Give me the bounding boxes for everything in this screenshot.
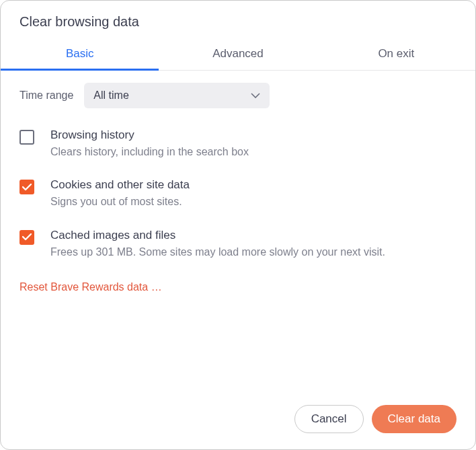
tab-basic[interactable]: Basic [1,39,159,70]
reset-rewards-link[interactable]: Reset Brave Rewards data … [19,281,162,293]
tab-bar: Basic Advanced On exit [1,39,475,71]
option-cookies: Cookies and other site data Signs you ou… [19,178,457,209]
tab-on-exit-label: On exit [378,47,414,60]
tab-advanced[interactable]: Advanced [159,39,317,70]
cancel-button[interactable]: Cancel [294,405,364,433]
tab-advanced-label: Advanced [212,47,264,60]
option-browsing-history: Browsing history Clears history, includi… [19,128,457,159]
time-range-select[interactable]: All time [84,83,270,108]
option-desc: Signs you out of most sites. [50,194,457,209]
option-text: Browsing history Clears history, includi… [50,128,457,159]
dialog-content: Time range All time Browsing history Cle… [1,71,475,405]
time-range-label: Time range [19,89,73,102]
option-title: Browsing history [50,128,457,142]
clear-data-button[interactable]: Clear data [372,405,457,433]
checkbox-cookies[interactable] [19,180,34,194]
checkbox-cached[interactable] [19,230,34,245]
option-desc: Clears history, including in the search … [50,145,457,159]
option-title: Cookies and other site data [50,178,457,192]
tab-on-exit[interactable]: On exit [317,39,475,70]
option-title: Cached images and files [50,229,457,242]
option-cached: Cached images and files Frees up 301 MB.… [19,229,457,260]
dialog-footer: Cancel Clear data [1,405,475,449]
chevron-down-icon [251,93,260,98]
time-range-value: All time [93,89,128,102]
time-range-row: Time range All time [19,83,457,108]
tab-basic-label: Basic [66,47,94,60]
dialog-title: Clear browsing data [1,1,475,39]
option-desc: Frees up 301 MB. Some sites may load mor… [50,245,457,260]
checkbox-browsing-history[interactable] [19,130,34,145]
option-text: Cached images and files Frees up 301 MB.… [50,229,457,260]
option-text: Cookies and other site data Signs you ou… [50,178,457,209]
clear-browsing-data-dialog: Clear browsing data Basic Advanced On ex… [0,0,476,450]
